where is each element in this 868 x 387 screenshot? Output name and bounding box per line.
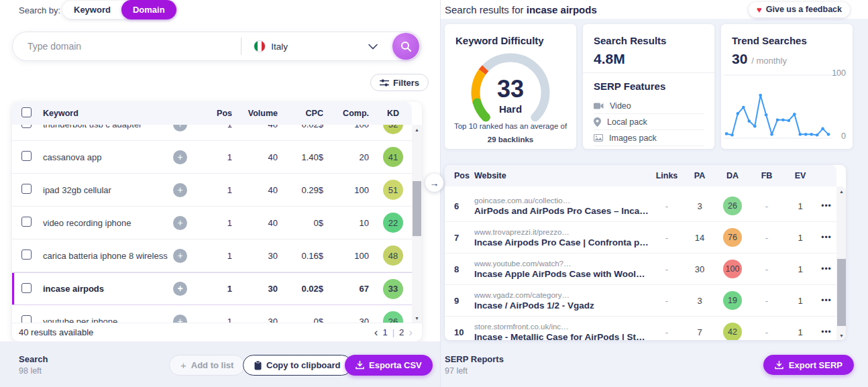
scroll-up-icon[interactable]: ▲ xyxy=(412,125,422,134)
row-menu-icon[interactable]: ••• xyxy=(816,327,836,337)
row-checkbox[interactable] xyxy=(21,125,32,128)
serp-table-card: Pos Website Links PA DA FB EV 6 goincase… xyxy=(445,165,846,340)
scrollbar-thumb[interactable] xyxy=(837,259,846,326)
serp-links-cell: - xyxy=(650,296,684,306)
cpc-cell: 0.02$ xyxy=(283,284,329,294)
collapse-panel-button[interactable]: → xyxy=(425,174,443,192)
chevron-down-icon[interactable] xyxy=(368,44,378,50)
serp-feature-video: Video xyxy=(594,98,704,114)
keyword-table-scrollbar[interactable]: ▲ ▼ xyxy=(412,125,422,323)
prev-page-icon[interactable]: ‹ xyxy=(374,327,378,338)
kd-caption: Top 10 ranked has an average of 29 backl… xyxy=(451,120,570,146)
search-button[interactable] xyxy=(392,33,419,60)
toggle-domain[interactable]: Domain xyxy=(121,0,176,19)
feedback-button[interactable]: ♥ Give us a feedback xyxy=(749,2,850,17)
keyword-row[interactable]: carica batteria iphone 8 wireless + 1 30… xyxy=(12,239,412,272)
add-keyword-icon[interactable]: + xyxy=(173,249,187,263)
kd-badge: 52 xyxy=(383,125,403,134)
serp-fb-cell: - xyxy=(749,296,784,306)
location-pin-icon xyxy=(594,117,601,127)
row-menu-icon[interactable]: ••• xyxy=(816,264,836,274)
serp-url[interactable]: www.trovaprezzi.it/prezzo… xyxy=(474,228,650,236)
add-keyword-icon[interactable]: + xyxy=(173,183,187,197)
copy-to-clipboard-button[interactable]: Copy to clipboard xyxy=(243,355,352,376)
serp-url[interactable]: www.vgadz.com/category… xyxy=(474,291,650,299)
add-keyword-icon[interactable]: + xyxy=(173,282,187,296)
serp-title[interactable]: Incase Airpods Pro Case | Confronta pre… xyxy=(474,237,650,247)
row-checkbox[interactable] xyxy=(21,315,32,323)
serp-credits: SERP Reports 97 left xyxy=(445,354,504,376)
serp-table-scrollbar[interactable]: ▲ ▼ xyxy=(836,186,846,340)
keyword-research-panel: Search by: Keyword Domain Italy Filters xyxy=(0,0,440,387)
add-keyword-icon[interactable]: + xyxy=(173,315,187,323)
results-title: Search results for incase airpods xyxy=(445,4,597,15)
pos-cell: 1 xyxy=(200,284,237,294)
keyword-row[interactable]: youtube per iphone + 1 30 0$ 30 26 xyxy=(12,305,412,323)
page-2[interactable]: 2 xyxy=(399,327,404,337)
serp-website-cell: www.trovaprezzi.it/prezzo… Incase Airpod… xyxy=(474,228,650,247)
scroll-up-icon[interactable]: ▲ xyxy=(836,186,847,196)
add-keyword-icon[interactable]: + xyxy=(173,216,187,230)
row-checkbox[interactable] xyxy=(21,250,32,260)
export-serp-button[interactable]: Export SERP xyxy=(763,355,854,375)
keyword-cell: carica batteria iphone 8 wireless xyxy=(43,251,173,261)
add-keyword-icon[interactable]: + xyxy=(173,150,187,164)
serp-results-panel: Search results for incase airpods ♥ Give… xyxy=(440,0,868,387)
serp-row[interactable]: 9 www.vgadz.com/category… Incase / AirPo… xyxy=(445,285,836,317)
serp-pa-cell: 30 xyxy=(684,264,716,274)
serp-title[interactable]: AirPods and AirPods Pro Cases – Incas… xyxy=(474,206,650,216)
keyword-cell: video recording iphone xyxy=(43,218,173,228)
cpc-cell: 0$ xyxy=(283,317,329,323)
image-icon xyxy=(594,134,603,142)
row-checkbox[interactable] xyxy=(21,283,32,293)
add-keyword-icon[interactable]: + xyxy=(173,125,187,131)
row-checkbox[interactable] xyxy=(21,151,32,161)
serp-pa-cell: 14 xyxy=(684,233,716,243)
serp-links-cell: - xyxy=(650,233,684,243)
volume-cell: 40 xyxy=(237,152,283,162)
domain-search-input[interactable] xyxy=(13,41,241,52)
keyword-row[interactable]: video recording iphone + 1 40 0$ 10 22 xyxy=(12,207,412,239)
serp-url[interactable]: store.stormfront.co.uk/inc… xyxy=(474,323,650,331)
serp-ev-cell: 1 xyxy=(784,233,816,243)
da-badge: 100 xyxy=(723,260,742,278)
serp-row[interactable]: 8 www.youtube.com/watch?… Incase Apple A… xyxy=(445,254,836,285)
serp-url[interactable]: www.youtube.com/watch?… xyxy=(474,260,650,268)
trend-monthly-value: 30 xyxy=(732,51,747,66)
row-menu-icon[interactable]: ••• xyxy=(816,201,836,211)
trend-y-min-label: 0 xyxy=(841,131,846,141)
country-selector-value[interactable]: Italy xyxy=(271,42,288,52)
add-to-list-button[interactable]: + Add to list xyxy=(169,355,245,376)
keyword-row[interactable]: cassanova app + 1 40 1.40$ 20 41 xyxy=(12,141,412,174)
serp-title[interactable]: Incase - Metallic Case for AirPods | Sto… xyxy=(474,332,650,341)
keyword-row[interactable]: thunderbolt usb c adapter + 1 40 0.02$ 1… xyxy=(12,125,412,141)
page-1[interactable]: 1 xyxy=(382,327,387,337)
export-csv-button[interactable]: Esporta CSV xyxy=(345,355,433,376)
serp-row[interactable]: 10 store.stormfront.co.uk/inc… Incase - … xyxy=(445,317,836,340)
col-website: Website xyxy=(474,171,650,180)
select-all-checkbox[interactable] xyxy=(21,107,32,117)
scroll-down-icon[interactable]: ▼ xyxy=(412,313,422,323)
comp-cell: 20 xyxy=(329,152,374,162)
row-checkbox[interactable] xyxy=(21,217,32,227)
kd-badge: 26 xyxy=(383,311,403,323)
kd-caption-text: Top 10 ranked has an average of xyxy=(454,122,567,130)
scrollbar-thumb[interactable] xyxy=(413,181,421,236)
keyword-row[interactable]: incase airpods + 1 30 0.02$ 67 33 xyxy=(12,272,412,305)
copy-to-clipboard-label: Copy to clipboard xyxy=(266,360,341,370)
serp-title[interactable]: Incase Apple AirPods Case with Woolen… xyxy=(474,269,650,279)
filters-button[interactable]: Filters xyxy=(370,74,429,91)
row-menu-icon[interactable]: ••• xyxy=(816,233,836,242)
serp-url[interactable]: goincase.com.au/collectio… xyxy=(474,197,650,205)
serp-title[interactable]: Incase / AirPods 1/2 - Vgadz xyxy=(474,300,650,311)
next-page-icon[interactable]: › xyxy=(409,327,413,338)
keyword-row[interactable]: ipad 32gb cellular + 1 40 0.29$ 100 51 xyxy=(12,174,412,207)
toggle-keyword[interactable]: Keyword xyxy=(62,1,122,19)
serp-row[interactable]: 6 goincase.com.au/collectio… AirPods and… xyxy=(445,190,836,222)
row-menu-icon[interactable]: ••• xyxy=(816,296,836,305)
row-checkbox[interactable] xyxy=(21,184,32,194)
scroll-down-icon[interactable]: ▼ xyxy=(836,331,847,340)
serp-feature-label: Images pack xyxy=(609,133,657,143)
serp-row[interactable]: 7 www.trovaprezzi.it/prezzo… Incase Airp… xyxy=(445,222,836,254)
search-by-label: Search by: xyxy=(19,5,60,15)
